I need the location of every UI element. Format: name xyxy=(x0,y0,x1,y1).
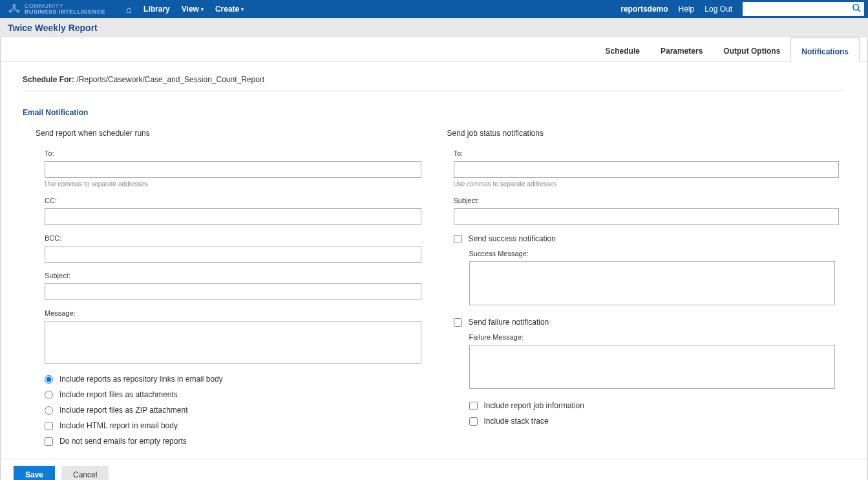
tab-output-options[interactable]: Output Options xyxy=(713,38,790,61)
field-subject-left: Subject: xyxy=(45,272,421,300)
cc-label: CC: xyxy=(45,197,421,204)
search-box xyxy=(743,2,864,16)
schedule-for-row: Schedule For: /Reports/Casework/Case_and… xyxy=(23,75,845,91)
field-cc: CC: xyxy=(45,197,421,225)
subject-input-right[interactable] xyxy=(454,208,839,225)
block-success-msg: Success Message: xyxy=(469,250,846,307)
svg-line-4 xyxy=(858,9,860,12)
cancel-button[interactable]: Cancel xyxy=(61,466,109,480)
brand-logo: COMMUNITY BUSINESS INTELLIGENCE xyxy=(0,3,113,16)
opt-success-label: Send success notification xyxy=(469,234,556,243)
to-label: To: xyxy=(45,149,421,157)
search-input[interactable] xyxy=(743,5,852,14)
opt-row-failure: Send failure notification xyxy=(454,318,846,327)
chevron-down-icon: ▾ xyxy=(241,6,244,12)
opt-row-success: Send success notification xyxy=(454,234,846,243)
tab-schedule[interactable]: Schedule xyxy=(595,38,650,61)
to-hint: Use commas to separate addresses xyxy=(45,180,421,188)
radio-repo-links[interactable] xyxy=(45,375,53,384)
logout-link[interactable]: Log Out xyxy=(704,5,732,14)
success-msg-textarea[interactable] xyxy=(469,261,835,305)
bcc-label: BCC: xyxy=(45,234,421,242)
opt-html-label: Include HTML report in email body xyxy=(59,421,178,430)
bcc-input[interactable] xyxy=(45,246,421,263)
right-column: Send job status notifications To: Use co… xyxy=(447,129,846,452)
user-link[interactable]: reportsdemo xyxy=(620,5,668,14)
nav-left: ⌂ Library View▾ Create▾ xyxy=(126,4,244,15)
brand-text: COMMUNITY BUSINESS INTELLIGENCE xyxy=(25,3,105,15)
opt-failure-label: Send failure notification xyxy=(469,318,549,327)
left-subhead: Send report when scheduler runs xyxy=(36,129,421,138)
top-navbar: COMMUNITY BUSINESS INTELLIGENCE ⌂ Librar… xyxy=(0,0,868,18)
button-bar: Save Cancel xyxy=(0,459,868,480)
checkbox-html-body[interactable] xyxy=(45,422,53,430)
schedule-for-path: /Reports/Casework/Case_and_Session_Count… xyxy=(76,75,264,84)
checkbox-stack-trace[interactable] xyxy=(469,417,478,426)
subject-label-right: Subject: xyxy=(454,197,846,204)
message-label: Message: xyxy=(45,309,421,317)
section-header: Email Notification xyxy=(23,108,845,117)
tab-parameters[interactable]: Parameters xyxy=(650,38,713,61)
checkbox-job-info[interactable] xyxy=(469,402,478,410)
field-bcc: BCC: xyxy=(45,234,421,263)
logo-icon xyxy=(8,3,21,16)
view-label: View xyxy=(182,5,199,14)
subject-input-left[interactable] xyxy=(45,283,421,300)
help-link[interactable]: Help xyxy=(679,5,695,14)
opt-attach-label: Include report files as attachments xyxy=(59,390,178,399)
left-column: Send report when scheduler runs To: Use … xyxy=(23,129,421,452)
block-failure-msg: Failure Message: xyxy=(469,333,846,391)
radio-attachments[interactable] xyxy=(45,391,53,399)
success-msg-label: Success Message: xyxy=(469,250,846,257)
cc-input[interactable] xyxy=(45,208,421,225)
checkbox-send-failure[interactable] xyxy=(454,318,462,327)
create-menu[interactable]: Create▾ xyxy=(215,5,244,14)
failure-msg-label: Failure Message: xyxy=(469,333,846,341)
field-to-right: To: Use commas to separate addresses xyxy=(454,149,846,188)
view-menu[interactable]: View▾ xyxy=(182,5,204,14)
svg-point-3 xyxy=(853,5,859,10)
field-message: Message: xyxy=(45,309,421,365)
extra-options: Include report job information Include s… xyxy=(469,401,846,426)
checkbox-skip-empty[interactable] xyxy=(45,437,53,446)
brand-line2: BUSINESS INTELLIGENCE xyxy=(25,9,105,15)
opt-row-stack: Include stack trace xyxy=(469,417,846,426)
two-column-layout: Send report when scheduler runs To: Use … xyxy=(23,129,845,452)
opt-row-attach: Include report files as attachments xyxy=(45,390,421,399)
message-textarea[interactable] xyxy=(45,321,421,364)
right-options: Send success notification Success Messag… xyxy=(454,234,846,426)
field-to: To: Use commas to separate addresses xyxy=(45,149,421,188)
field-subject-right: Subject: xyxy=(454,197,846,225)
opt-jobinfo-label: Include report job information xyxy=(484,401,584,410)
opt-zip-label: Include report files as ZIP attachment xyxy=(59,406,188,415)
to-input-right[interactable] xyxy=(454,161,839,178)
content-area: Schedule For: /Reports/Casework/Case_and… xyxy=(0,62,868,459)
radio-zip[interactable] xyxy=(45,406,53,415)
library-link[interactable]: Library xyxy=(143,5,170,14)
chevron-down-icon: ▾ xyxy=(201,6,204,12)
right-subhead: Send job status notifications xyxy=(447,129,846,138)
opt-empty-label: Do not send emails for empty reports xyxy=(59,437,187,446)
schedule-for-label: Schedule For: xyxy=(23,75,74,84)
checkbox-send-success[interactable] xyxy=(454,235,462,243)
save-button[interactable]: Save xyxy=(14,466,55,480)
opt-row-repo: Include reports as repository links in e… xyxy=(45,375,421,384)
page-title: Twice Weekly Report xyxy=(8,23,860,33)
opt-stack-label: Include stack trace xyxy=(484,417,549,426)
opt-row-jobinfo: Include report job information xyxy=(469,401,846,410)
home-link[interactable]: ⌂ xyxy=(126,4,132,15)
tab-bar: Schedule Parameters Output Options Notif… xyxy=(0,38,868,62)
nav-right: reportsdemo Help Log Out xyxy=(620,2,868,16)
opt-repo-label: Include reports as repository links in e… xyxy=(59,375,223,384)
failure-msg-textarea[interactable] xyxy=(469,345,835,389)
search-icon[interactable] xyxy=(852,3,862,15)
tab-notifications[interactable]: Notifications xyxy=(790,38,860,62)
to-input[interactable] xyxy=(45,161,421,178)
to-label-right: To: xyxy=(454,149,846,157)
home-icon: ⌂ xyxy=(126,4,132,15)
title-bar: Twice Weekly Report xyxy=(0,18,868,38)
opt-row-empty: Do not send emails for empty reports xyxy=(45,437,421,446)
left-options: Include reports as repository links in e… xyxy=(45,375,421,446)
opt-row-html: Include HTML report in email body xyxy=(45,421,421,430)
to-hint-right: Use commas to separate addresses xyxy=(454,180,846,188)
